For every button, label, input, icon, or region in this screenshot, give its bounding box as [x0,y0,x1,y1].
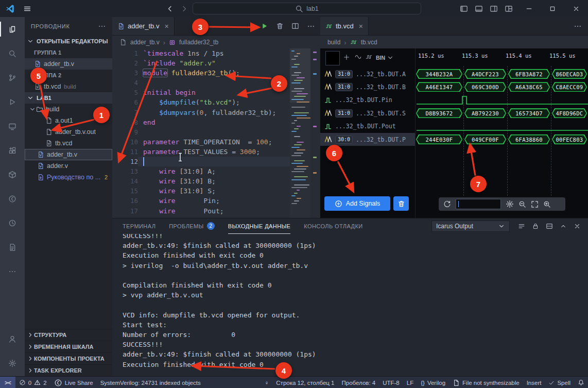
section-структура[interactable]: СТРУКТУРА [25,329,112,341]
names-divider[interactable] [415,48,416,218]
code-editor[interactable]: 1234567891011121314151617 `timescale 1ns… [112,48,320,218]
output-channel-select[interactable]: Icarus Output [431,221,510,232]
activity-package[interactable] [0,162,25,187]
split-terminal-icon[interactable] [546,223,553,230]
time-label: 115.4 us [506,53,532,59]
lock-scroll-icon[interactable] [532,223,539,230]
forward-icon[interactable] [180,5,188,13]
status-notifications[interactable] [574,377,588,388]
more-actions-icon[interactable] [307,22,315,30]
toggle-sidebar-icon[interactable] [460,5,468,13]
overview-ruler[interactable] [310,48,320,218]
maximize-button[interactable] [541,0,564,17]
signal-row[interactable]: 31:0...32_tb.DUT.B [320,80,415,93]
activity-run-debug[interactable] [0,90,25,114]
trash-button[interactable] [276,22,284,30]
radix-select[interactable]: BIN [376,54,394,61]
activity-settings[interactable] [0,351,25,375]
breadcrumb-symbol[interactable]: fulladder32_tb [179,39,218,46]
panel-tab-выходные-данные[interactable]: ВЫХОДНЫЕ ДАННЫЕ [228,218,291,234]
menu-icon[interactable] [23,5,31,13]
activity-remote[interactable] [0,114,25,138]
activity-report[interactable] [0,235,25,259]
tree-file-adder.v[interactable]: adder.v [25,160,112,172]
open-editors-header[interactable]: ОТКРЫТЫЕ РЕДАКТОРЫ [25,36,112,47]
bus-value-text: 6FA38860 [508,134,550,144]
output-actions-icon[interactable] [518,223,525,230]
tree-file--...[interactable]: Руководство по ...2 [25,172,112,183]
activity-timeline[interactable] [0,211,25,235]
status-spell[interactable]: Spell [545,377,574,388]
tab-tb-vcd[interactable]: tb.vcd × [320,17,369,35]
refresh-icon[interactable] [443,200,451,208]
status-encoding[interactable]: UTF-8 [379,377,403,388]
analog-wave-icon[interactable] [354,54,362,60]
code-token [167,69,171,77]
terminal-output[interactable]: SUCCESS!!! adder_tb.v:49: $finish called… [123,231,316,369]
gear-icon[interactable] [506,200,514,208]
customize-layout-icon[interactable] [505,5,513,13]
remove-signals-button[interactable] [393,196,409,211]
command-center-search[interactable]: lab1 [193,3,421,14]
status-problems[interactable]: 02 [15,377,50,388]
breadcrumb-folder[interactable]: build [327,39,340,46]
status-remote-indicator[interactable]: >< [0,377,15,388]
close-tab-icon[interactable]: × [359,23,363,30]
digital-wave-icon[interactable] [365,54,373,60]
status-eol[interactable]: LF [403,377,417,388]
signal-row[interactable]: ...32_tb.DUT.Pout [320,120,415,133]
section-компоненты-проекта[interactable]: КОМПОНЕНТЫ ПРОЕКТА [25,352,112,364]
activity-extensions[interactable] [0,138,25,162]
section-временная-шкала[interactable]: ВРЕМЕННАЯ ШКАЛА [25,341,112,352]
tree-file-tb.vcd[interactable]: tb.vcd [25,138,112,149]
split-editor-button[interactable] [291,22,299,30]
tab-adder-tb-v[interactable]: adder_tb.v × [112,17,175,35]
section-task-explorer[interactable]: TASK EXPLORER [25,364,112,376]
status-label: Spell [557,380,570,386]
tree-file-adder_tb.v[interactable]: adder_tb.v [25,149,112,160]
minimap-slider[interactable] [290,48,310,103]
run-file-button[interactable] [261,22,268,30]
signal-row[interactable]: 31:0...32_tb.DUT.A [320,68,415,80]
zoom-out-icon[interactable] [518,200,526,208]
close-button[interactable] [564,0,588,17]
status-systemverilog-indexer[interactable]: SystemVerilog: 24731 indexed objects [97,377,204,388]
timestamp-input[interactable] [456,199,501,209]
more-actions-icon[interactable] [574,17,582,35]
panel-tab-консоль-отладки[interactable]: КОНСОЛЬ ОТЛАДКИ [304,218,362,234]
activity-account[interactable] [0,327,25,351]
status-indentation[interactable]: Пробелов: 4 [338,377,379,388]
back-icon[interactable] [166,5,174,13]
breadcrumb-file[interactable]: tb.vcd [361,39,377,46]
signal-row[interactable]: ...32_tb.DUT.Pin [320,94,415,107]
add-marker-icon[interactable] [343,54,350,61]
toggle-secondary-sidebar-icon[interactable] [490,5,498,13]
zoom-fit-icon[interactable] [531,200,539,208]
signal-row[interactable]: 31:0...32_tb.DUT.S [320,107,415,120]
maximize-panel-icon[interactable] [560,223,567,230]
add-signals-button[interactable]: Add Signals [324,196,390,211]
close-tab-icon[interactable]: × [164,23,168,30]
more-actions-icon[interactable] [98,22,106,30]
minimap[interactable] [290,48,310,218]
status-language-mode[interactable]: {}Verilog [417,377,449,388]
status-synthesis-warning[interactable]: File not synthesizable [449,377,523,388]
panel-tab-проблемы[interactable]: ПРОБЛЕМЫ2 [169,218,214,234]
workspace-root[interactable]: LAB1 [25,92,112,104]
tree-file-adder_tb.v.out[interactable]: adder_tb.v.out [25,126,112,138]
close-panel-icon[interactable] [574,223,581,230]
activity-more[interactable] [0,259,25,283]
panel-tab-терминал[interactable]: ТЕРМИНАЛ [123,218,155,234]
activity-search[interactable] [0,41,25,65]
activity-source-control[interactable] [0,65,25,90]
activity-explorer[interactable] [0,17,25,41]
toggle-panel-icon[interactable] [475,5,483,13]
zoom-in-icon[interactable] [543,200,551,208]
signal-row[interactable]: 30:0...32_tb.DUT.P [320,133,415,146]
status-insert-mode[interactable]: Insert [523,377,545,388]
breadcrumb-file[interactable]: adder_tb.v [130,39,160,46]
minimize-button[interactable] [517,0,541,17]
status-gender-indicator[interactable]: ♀ [261,377,273,388]
activity-live-share[interactable] [0,187,25,211]
status-live-share[interactable]: Live Share [50,377,97,388]
